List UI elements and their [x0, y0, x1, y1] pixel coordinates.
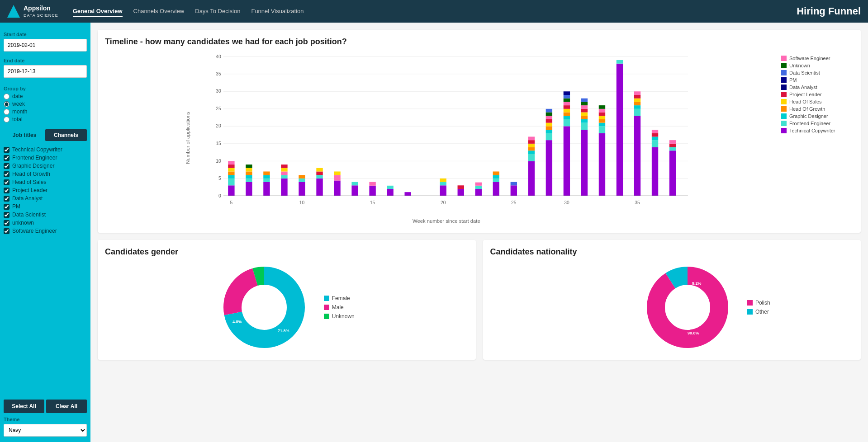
- group-by-month[interactable]: month: [4, 108, 87, 115]
- checkbox-graphic-designer[interactable]: Graphic Designer: [4, 163, 87, 169]
- gender-chart-title: Candidates gender: [105, 247, 469, 257]
- legend-color-technical-copywriter: [781, 128, 787, 133]
- sidebar-bottom: Select All Clear All Theme Navy Light Da…: [4, 396, 87, 437]
- legend-color-head-of-sales: [781, 99, 787, 104]
- svg-rect-126: [634, 102, 640, 105]
- svg-rect-90: [546, 116, 552, 119]
- svg-rect-43: [299, 179, 305, 182]
- svg-rect-39: [281, 171, 287, 175]
- svg-text:35: 35: [216, 71, 221, 76]
- svg-rect-91: [546, 113, 552, 116]
- nav-general-overview[interactable]: General Overview: [73, 6, 123, 17]
- checkbox-frontend-engineer[interactable]: Frontend Engineer: [4, 155, 87, 161]
- svg-rect-44: [299, 175, 305, 179]
- legend-unknown: Unknown: [781, 63, 854, 68]
- tab-channels[interactable]: Channels: [45, 129, 87, 141]
- svg-text:5: 5: [218, 176, 221, 181]
- svg-rect-139: [669, 140, 676, 144]
- start-date-label: Start date: [4, 32, 87, 37]
- svg-rect-55: [369, 186, 375, 196]
- svg-rect-85: [546, 133, 552, 140]
- legend-color-software-engineer: [781, 56, 787, 61]
- clear-all-button[interactable]: Clear All: [46, 400, 87, 413]
- svg-rect-23: [228, 168, 234, 172]
- top-nav: Appsilon DATA SCIENCE General Overview C…: [0, 0, 868, 23]
- svg-rect-75: [511, 182, 517, 186]
- svg-rect-99: [564, 102, 570, 105]
- svg-rect-65: [458, 189, 464, 196]
- svg-rect-102: [564, 91, 570, 95]
- svg-text:4.8%: 4.8%: [232, 320, 242, 324]
- theme-select[interactable]: Navy Light Dark: [4, 424, 87, 437]
- checkbox-software-engineer[interactable]: Software Engineer: [4, 228, 87, 234]
- polish-color: [747, 300, 753, 306]
- svg-rect-131: [652, 147, 658, 196]
- tab-job-titles[interactable]: Job titles: [4, 129, 45, 141]
- select-all-button[interactable]: Select All: [4, 400, 44, 413]
- legend-color-pm: [781, 77, 787, 83]
- svg-rect-128: [634, 95, 640, 99]
- svg-rect-72: [493, 175, 499, 179]
- nationality-chart-title: Candidates nationality: [490, 247, 854, 257]
- svg-text:20: 20: [216, 123, 221, 128]
- female-color: [324, 296, 329, 301]
- bar-chart-title: Timeline - how many candidates we had fo…: [105, 37, 854, 47]
- other-color: [747, 309, 753, 315]
- svg-rect-61: [440, 185, 446, 196]
- checkbox-project-leader[interactable]: Project Leader: [4, 187, 87, 193]
- svg-rect-107: [581, 116, 588, 119]
- bar-chart-area: Number of applications: [105, 52, 774, 226]
- job-title-list: Technical Copywriter Frontend Engineer G…: [4, 145, 87, 396]
- svg-rect-36: [263, 171, 270, 175]
- svg-rect-30: [246, 171, 252, 175]
- group-by-section: Group by date week month total: [4, 82, 87, 124]
- svg-text:25: 25: [511, 200, 517, 205]
- svg-rect-95: [564, 116, 570, 119]
- svg-rect-78: [528, 154, 535, 161]
- nav-days-to-decision[interactable]: Days To Decision: [195, 6, 240, 17]
- svg-rect-86: [546, 130, 552, 133]
- group-by-week[interactable]: week: [4, 101, 87, 107]
- svg-rect-70: [493, 182, 499, 196]
- svg-rect-37: [281, 179, 287, 196]
- checkbox-data-scientist[interactable]: Data Scientist: [4, 212, 87, 218]
- gender-donut-svg: 2.4% 4.8% 71.8%: [219, 262, 309, 353]
- end-date-input[interactable]: [4, 65, 87, 78]
- svg-rect-110: [581, 105, 588, 109]
- group-by-date[interactable]: date: [4, 93, 87, 99]
- checkbox-technical-copywriter[interactable]: Technical Copywriter: [4, 146, 87, 153]
- svg-rect-49: [316, 168, 323, 172]
- svg-text:30: 30: [564, 200, 569, 205]
- nav-channels-overview[interactable]: Channels Overview: [133, 6, 185, 17]
- svg-rect-83: [528, 136, 535, 140]
- svg-text:15: 15: [216, 141, 221, 146]
- checkbox-unknown[interactable]: unknown: [4, 220, 87, 226]
- legend-graphic-designer: Graphic Designer: [781, 113, 854, 119]
- start-date-input[interactable]: [4, 39, 87, 52]
- checkbox-data-analyst[interactable]: Data Analyst: [4, 195, 87, 202]
- svg-text:0: 0: [218, 193, 221, 198]
- svg-rect-24: [228, 165, 234, 168]
- svg-rect-47: [316, 175, 323, 179]
- legend-pm: PM: [781, 77, 854, 83]
- svg-rect-123: [634, 116, 640, 196]
- nav-funnel-visualization[interactable]: Funnel Visualization: [251, 6, 304, 17]
- nationality-chart-card: Candidates nationality 9.2% 90.8%: [483, 240, 861, 360]
- svg-rect-74: [511, 185, 517, 196]
- checkbox-pm[interactable]: PM: [4, 203, 87, 210]
- group-by-total[interactable]: total: [4, 116, 87, 122]
- bottom-charts: Candidates gender 2.4% 4.8: [98, 240, 861, 360]
- bar-chart-card: Timeline - how many candidates we had fo…: [98, 30, 861, 233]
- svg-rect-97: [564, 109, 570, 113]
- checkbox-head-of-growth[interactable]: Head of Growth: [4, 171, 87, 177]
- svg-rect-33: [263, 182, 270, 196]
- svg-text:Number of applications: Number of applications: [185, 112, 190, 164]
- checkbox-head-of-sales[interactable]: Head of Sales: [4, 179, 87, 185]
- bar-chart-svg: Number of applications: [105, 52, 774, 224]
- svg-rect-113: [599, 133, 605, 196]
- svg-rect-62: [440, 182, 446, 186]
- svg-rect-122: [617, 60, 623, 64]
- end-date-label: End date: [4, 58, 87, 63]
- logo-icon: [7, 5, 20, 18]
- bar-chart-legend: Software Engineer Unknown Data Scientist…: [781, 52, 854, 226]
